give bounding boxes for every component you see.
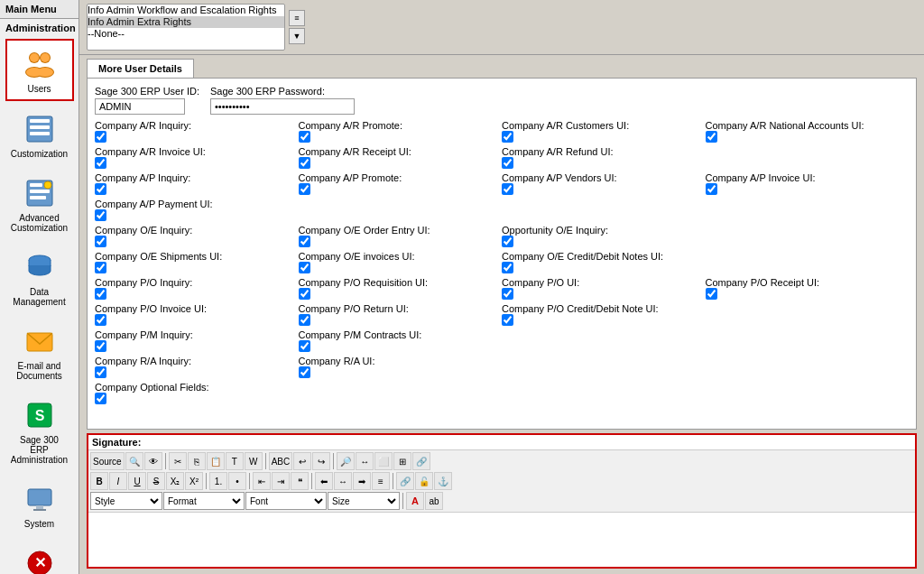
cb-oe-order-entry-check[interactable]: [299, 236, 310, 247]
underline-button[interactable]: U: [128, 472, 146, 490]
tab-more-user-details[interactable]: More User Details: [87, 59, 194, 78]
cb-po-invoice-check[interactable]: [95, 314, 106, 326]
strikethrough-button[interactable]: S: [147, 472, 165, 490]
cb-ap-vendors-check[interactable]: [502, 183, 513, 195]
cb-po-inquiry-check[interactable]: [95, 288, 106, 300]
align-left-button[interactable]: ⬅: [315, 472, 333, 490]
cb-opp-oe-inquiry-check[interactable]: [502, 236, 513, 247]
cb-oe-invoices-check[interactable]: [299, 262, 310, 273]
cb-ar-invoice-ui-check[interactable]: [95, 157, 106, 169]
cb-po-ui-check[interactable]: [502, 288, 513, 300]
spell-check-button[interactable]: ABC: [269, 452, 293, 470]
cb-ap-promote-check[interactable]: [299, 183, 310, 195]
outdent-button[interactable]: ⇤: [253, 472, 271, 490]
select-all-button[interactable]: ⬜: [374, 452, 393, 470]
cb-ar-promote-check[interactable]: [299, 131, 310, 143]
link2-button[interactable]: 🔗: [396, 472, 414, 490]
oe-row-2: Company O/E Shipments UI: Company O/E in…: [95, 251, 909, 275]
sidebar-item-sage[interactable]: S Sage 300 ERP Administration: [5, 391, 74, 471]
subscript-button[interactable]: X₂: [166, 472, 184, 490]
cb-po-receipt-check[interactable]: [706, 288, 717, 300]
sidebar-item-users[interactable]: Users: [5, 39, 74, 101]
cb-optional-fields-check[interactable]: [95, 393, 106, 404]
sidebar-item-system[interactable]: System: [5, 475, 74, 535]
cb-oe-inquiry-check[interactable]: [95, 236, 106, 247]
indent-button[interactable]: ⇥: [272, 472, 290, 490]
sidebar-item-advanced-customization[interactable]: Advanced Customization: [5, 169, 74, 239]
dropdown-option-none[interactable]: --None--: [88, 28, 284, 40]
toolbar-row-3: Style Format Font Size A ab: [90, 492, 913, 510]
cb-po-requisition-check[interactable]: [299, 288, 310, 300]
cb-oe-shipments-check[interactable]: [95, 262, 106, 273]
font-color-button[interactable]: A: [406, 492, 424, 510]
cb-pm-inquiry: Company P/M Inquiry:: [95, 329, 299, 354]
bold-button[interactable]: B: [90, 472, 108, 490]
copy-button[interactable]: ⎘: [188, 452, 206, 470]
cb-pm-inquiry-check[interactable]: [95, 340, 106, 352]
cb-ra-ui-check[interactable]: [299, 366, 310, 378]
find2-button[interactable]: 🔎: [337, 452, 355, 470]
cb-ar-refund-check[interactable]: [502, 157, 513, 169]
logoff-icon: ✕: [22, 545, 58, 574]
sidebar-item-email-label: E-mail and Documents: [10, 361, 69, 381]
svg-rect-13: [30, 183, 42, 187]
sidebar-item-email[interactable]: E-mail and Documents: [5, 317, 74, 387]
cb-ar-inquiry: Company A/R Inquiry:: [95, 120, 299, 144]
undo-button[interactable]: ↩: [293, 452, 311, 470]
cb-ra-inquiry-check[interactable]: [95, 366, 106, 378]
cb-pm-contracts-check[interactable]: [299, 340, 310, 352]
rights-dropdown[interactable]: Info Admin Workflow and Escalation Right…: [87, 4, 285, 51]
redo-button[interactable]: ↪: [312, 452, 330, 470]
replace-button[interactable]: ↔: [356, 452, 374, 470]
cb-po-credit-check[interactable]: [502, 314, 513, 326]
cb-ap-inquiry-check[interactable]: [95, 183, 106, 195]
preview-button[interactable]: 👁: [144, 452, 162, 470]
sidebar-item-data-management[interactable]: Data Management: [5, 243, 74, 313]
align-right-button[interactable]: ➡: [353, 472, 371, 490]
superscript-button[interactable]: X²: [185, 472, 203, 490]
sage-password-input[interactable]: [210, 98, 355, 115]
font-select[interactable]: Font: [245, 492, 327, 510]
sage-user-id-input[interactable]: [95, 98, 185, 115]
cb-ap-payment-check[interactable]: [95, 209, 106, 221]
source-button[interactable]: Source: [90, 452, 125, 470]
oe-row-1: Company O/E Inquiry: Company O/E Order E…: [95, 225, 909, 249]
align-center-button[interactable]: ↔: [334, 472, 352, 490]
unordered-list-button[interactable]: •: [228, 472, 246, 490]
dropdown-scroll-icon[interactable]: ≡: [289, 10, 305, 26]
cb-oe-invoices: Company O/E invoices UI:: [299, 251, 503, 275]
cb-ar-inquiry-check[interactable]: [95, 131, 106, 143]
unlink-button[interactable]: 🔓: [415, 472, 433, 490]
size-select[interactable]: Size: [328, 492, 400, 510]
cb-ar-national-check[interactable]: [706, 131, 717, 143]
cb-oe-credit-check[interactable]: [502, 262, 513, 273]
style-select[interactable]: Style: [90, 492, 162, 510]
justify-button[interactable]: ≡: [372, 472, 390, 490]
cb-ar-receipt-check[interactable]: [299, 157, 310, 169]
svg-rect-14: [30, 190, 50, 193]
sidebar-item-system-label: System: [24, 519, 54, 529]
blockquote-button[interactable]: ❝: [291, 472, 309, 490]
find-button[interactable]: 🔍: [125, 452, 143, 470]
tb-sep-8: [402, 493, 403, 509]
sidebar-item-customization[interactable]: Customization: [5, 105, 74, 165]
paste-button[interactable]: 📋: [207, 452, 225, 470]
paste-text-button[interactable]: T: [226, 452, 244, 470]
dropdown-option-workflow[interactable]: Info Admin Workflow and Escalation Right…: [88, 5, 284, 16]
anchor-button[interactable]: ⚓: [434, 472, 452, 490]
dropdown-option-extra[interactable]: Info Admin Extra Rights: [88, 16, 284, 28]
ordered-list-button[interactable]: 1.: [209, 472, 227, 490]
format-select[interactable]: Format: [163, 492, 245, 510]
cb-ar-customers-check[interactable]: [502, 131, 513, 143]
paste-word-button[interactable]: W: [245, 452, 263, 470]
dropdown-arrow-icon[interactable]: ▼: [289, 28, 305, 44]
table-button[interactable]: ⊞: [393, 452, 411, 470]
cb-po-return-check[interactable]: [299, 314, 310, 326]
cb-ap-invoice-ui-check[interactable]: [706, 183, 717, 195]
cut-button[interactable]: ✂: [169, 452, 187, 470]
editor-body[interactable]: [88, 513, 915, 567]
sidebar-item-logoff[interactable]: ✕ Log Off: [5, 539, 74, 574]
italic-button[interactable]: I: [109, 472, 127, 490]
highlight-button[interactable]: ab: [425, 492, 443, 510]
link-button[interactable]: 🔗: [412, 452, 430, 470]
